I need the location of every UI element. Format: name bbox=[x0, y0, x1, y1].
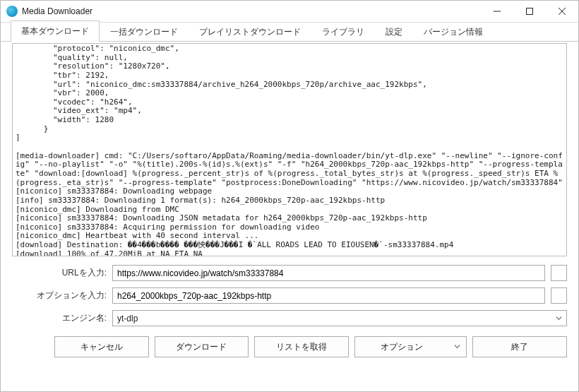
titlebar: Media Downloader bbox=[1, 1, 578, 23]
minimize-icon bbox=[494, 8, 501, 15]
button-label: リストを取得 bbox=[276, 341, 327, 353]
tab-library[interactable]: ライブラリ bbox=[311, 21, 375, 42]
button-label: オプション bbox=[381, 341, 423, 353]
options-row: オプションを入力: bbox=[12, 287, 567, 304]
engine-value: yt-dlp bbox=[117, 314, 138, 323]
tab-bar: 基本ダウンロード 一括ダウンロード プレイリストダウンロード ライブラリ 設定 … bbox=[1, 23, 578, 42]
download-button[interactable]: ダウンロード bbox=[155, 336, 249, 357]
button-label: キャンセル bbox=[80, 341, 123, 353]
engine-select[interactable]: yt-dlp bbox=[112, 310, 567, 326]
tab-label: ライブラリ bbox=[322, 27, 364, 37]
maximize-button[interactable] bbox=[513, 1, 546, 23]
close-icon bbox=[559, 8, 566, 15]
url-label: URLを入力: bbox=[12, 267, 112, 279]
url-row: URLを入力: bbox=[12, 265, 567, 281]
chevron-down-icon bbox=[556, 314, 562, 323]
svg-rect-0 bbox=[527, 8, 533, 15]
options-button[interactable]: オプション bbox=[354, 336, 467, 357]
cancel-button[interactable]: キャンセル bbox=[54, 336, 149, 357]
tab-batch-download[interactable]: 一括ダウンロード bbox=[100, 21, 189, 42]
button-label: 終了 bbox=[511, 341, 528, 353]
options-input[interactable] bbox=[112, 287, 545, 304]
maximize-icon bbox=[526, 8, 533, 15]
content-area: "protocol": "niconico_dmc", "quality": n… bbox=[1, 42, 578, 391]
options-aux-button[interactable] bbox=[551, 287, 567, 304]
options-label: オプションを入力: bbox=[12, 290, 112, 302]
tab-settings[interactable]: 設定 bbox=[375, 21, 413, 42]
tab-playlist-download[interactable]: プレイリストダウンロード bbox=[189, 21, 311, 42]
close-button[interactable] bbox=[546, 1, 578, 23]
tab-version-info[interactable]: バージョン情報 bbox=[413, 21, 494, 42]
engine-row: エンジン名: yt-dlp bbox=[12, 310, 567, 326]
exit-button[interactable]: 終了 bbox=[472, 336, 567, 357]
get-list-button[interactable]: リストを取得 bbox=[254, 336, 349, 357]
minimize-button[interactable] bbox=[481, 1, 513, 23]
tab-label: 一括ダウンロード bbox=[110, 27, 178, 37]
tab-label: バージョン情報 bbox=[424, 27, 483, 37]
tab-label: プレイリストダウンロード bbox=[199, 27, 301, 37]
tab-label: 設定 bbox=[386, 27, 402, 37]
app-window: Media Downloader 基本ダウンロード 一括ダウンロード プレイリス… bbox=[0, 0, 579, 392]
tab-label: 基本ダウンロード bbox=[21, 26, 89, 36]
engine-label: エンジン名: bbox=[12, 312, 112, 324]
url-aux-button[interactable] bbox=[551, 265, 567, 281]
chevron-down-icon bbox=[454, 342, 460, 352]
url-input[interactable] bbox=[112, 265, 545, 281]
button-label: ダウンロード bbox=[176, 341, 227, 353]
log-output[interactable]: "protocol": "niconico_dmc", "quality": n… bbox=[12, 43, 567, 256]
window-title: Media Downloader bbox=[22, 6, 92, 16]
button-row: キャンセル ダウンロード リストを取得 オプション 終了 bbox=[12, 336, 567, 357]
app-icon bbox=[6, 6, 18, 17]
input-form: URLを入力: オプションを入力: エンジン名: yt-dlp bbox=[12, 265, 567, 326]
tab-basic-download[interactable]: 基本ダウンロード bbox=[11, 20, 100, 42]
